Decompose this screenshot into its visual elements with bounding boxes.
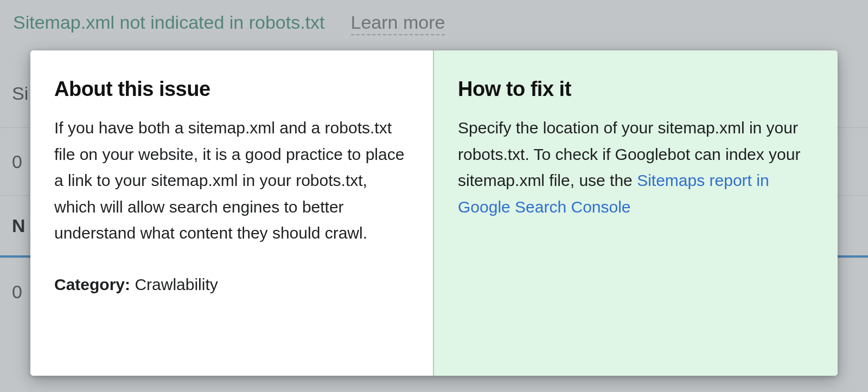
fix-body: Specify the location of your sitemap.xml… [458, 115, 814, 220]
category-value-text: Crawlability [135, 275, 218, 293]
fix-heading: How to fix it [458, 78, 814, 101]
issue-info-popover: About this issue If you have both a site… [30, 50, 838, 376]
category-line: Category: Crawlability [54, 272, 409, 298]
row-cell: N [12, 215, 25, 236]
about-body: If you have both a sitemap.xml and a rob… [54, 115, 409, 247]
issue-title: Sitemap.xml not indicated in robots.txt [13, 12, 325, 33]
fix-pane: How to fix it Specify the location of yo… [434, 50, 838, 376]
about-pane: About this issue If you have both a site… [30, 50, 434, 376]
category-label: Category: [54, 275, 130, 293]
about-heading: About this issue [54, 78, 409, 101]
row-cell: 0 [12, 151, 22, 172]
row-cell: Si [12, 83, 28, 104]
learn-more-link[interactable]: Learn more [351, 12, 445, 35]
issue-header: Sitemap.xml not indicated in robots.txt … [13, 12, 855, 35]
row-cell: 0 [12, 281, 22, 303]
